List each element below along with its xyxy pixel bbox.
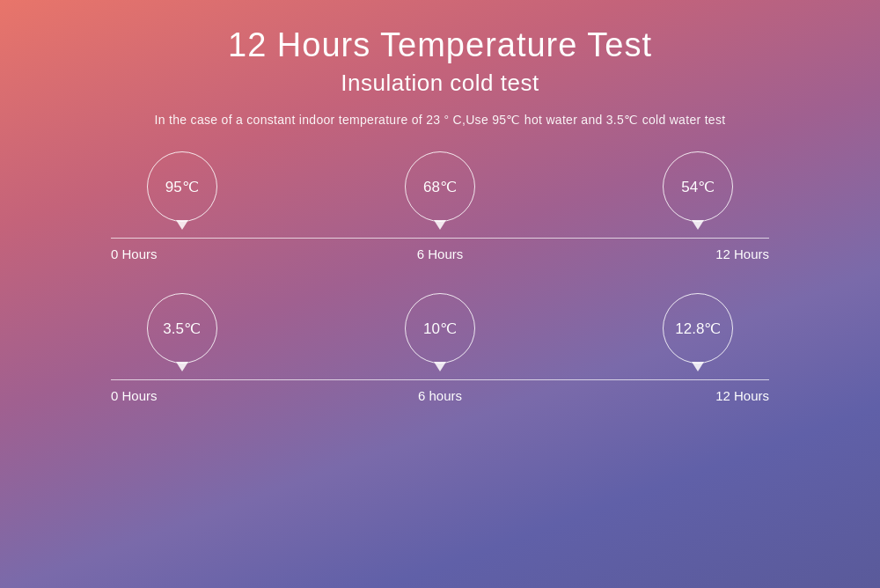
cold-temp-2: 12.8℃ bbox=[663, 293, 733, 364]
hot-temp-0: 95℃ bbox=[147, 151, 217, 222]
main-title: 12 Hours Temperature Test bbox=[228, 26, 652, 64]
cold-test-section: 3.5℃ 10℃ 12.8℃ 0 Hours 6 hours 12 Hours bbox=[53, 293, 827, 403]
cold-time-labels: 0 Hours 6 hours 12 Hours bbox=[111, 388, 769, 403]
hot-bubble-2: 54℃ bbox=[663, 151, 733, 222]
hot-time-0: 0 Hours bbox=[111, 246, 199, 261]
hot-bubbles-row: 95℃ 68℃ 54℃ bbox=[53, 151, 827, 222]
hot-test-section: 95℃ 68℃ 54℃ 0 Hours 6 Hours 12 Hours bbox=[53, 151, 827, 261]
cold-bubble-1: 10℃ bbox=[405, 293, 475, 364]
hot-time-1: 6 Hours bbox=[396, 246, 484, 261]
hot-temp-1: 68℃ bbox=[405, 151, 475, 222]
subtitle: Insulation cold test bbox=[341, 70, 539, 97]
cold-bubble-0: 3.5℃ bbox=[147, 293, 217, 364]
hot-temp-2: 54℃ bbox=[663, 151, 733, 222]
hot-timeline-line bbox=[111, 238, 769, 239]
hot-bubble-0: 95℃ bbox=[147, 151, 217, 222]
cold-time-0: 0 Hours bbox=[111, 388, 199, 403]
cold-time-1: 6 hours bbox=[396, 388, 484, 403]
hot-time-labels: 0 Hours 6 Hours 12 Hours bbox=[111, 246, 769, 261]
cold-time-2: 12 Hours bbox=[681, 388, 769, 403]
background: 12 Hours Temperature Test Insulation col… bbox=[0, 0, 880, 588]
cold-temp-0: 3.5℃ bbox=[147, 293, 217, 364]
cold-temp-1: 10℃ bbox=[405, 293, 475, 364]
hot-bubble-1: 68℃ bbox=[405, 151, 475, 222]
cold-bubbles-row: 3.5℃ 10℃ 12.8℃ bbox=[53, 293, 827, 364]
cold-bubble-2: 12.8℃ bbox=[663, 293, 733, 364]
cold-timeline-line bbox=[111, 379, 769, 380]
description: In the case of a constant indoor tempera… bbox=[155, 113, 726, 127]
hot-time-2: 12 Hours bbox=[681, 246, 769, 261]
